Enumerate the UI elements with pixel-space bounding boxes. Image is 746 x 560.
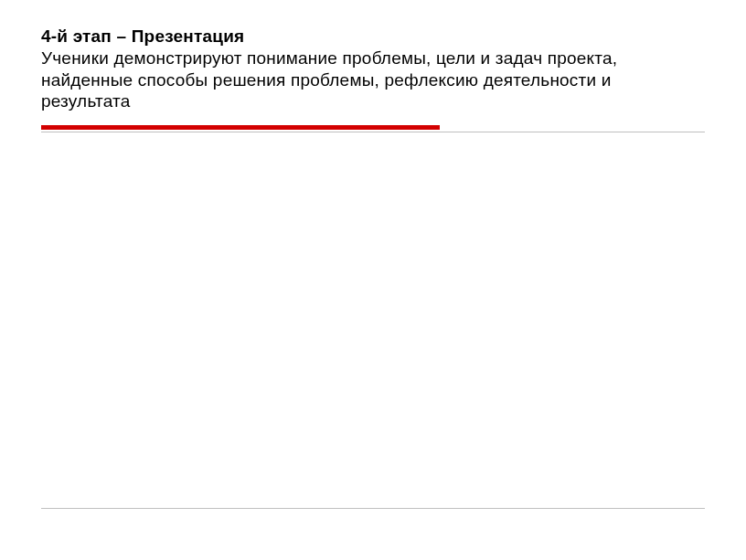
divider-red-bar bbox=[41, 125, 440, 130]
title-block: 4-й этап – Презентация Ученики демонстри… bbox=[41, 26, 705, 112]
slide-title: 4-й этап – Презентация bbox=[41, 26, 244, 46]
divider-group bbox=[41, 125, 705, 132]
bottom-divider-line bbox=[41, 508, 705, 509]
divider-gray-line bbox=[41, 132, 705, 132]
slide-body-text: Ученики демонстрируют понимание проблемы… bbox=[41, 48, 617, 111]
slide-content: 4-й этап – Презентация Ученики демонстри… bbox=[0, 0, 746, 132]
